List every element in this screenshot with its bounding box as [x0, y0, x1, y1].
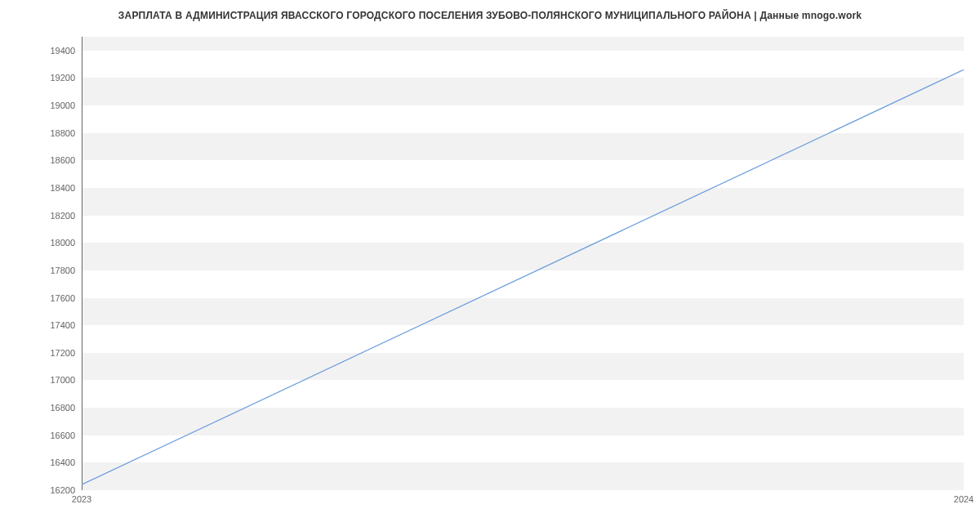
- y-tick-label: 18800: [34, 128, 75, 138]
- grid-band: [82, 188, 964, 216]
- x-tick-label: 2024: [954, 494, 973, 504]
- grid-band: [82, 408, 964, 435]
- y-tick-label: 19000: [34, 100, 75, 110]
- y-tick-label: 17400: [34, 320, 75, 330]
- chart-title: ЗАРПЛАТА В АДМИНИСТРАЦИЯ ЯВАССКОГО ГОРОД…: [0, 0, 980, 21]
- y-tick-label: 17000: [34, 375, 75, 385]
- grid-band: [82, 298, 964, 326]
- y-tick-label: 19200: [34, 73, 75, 83]
- y-tick-label: 18400: [34, 183, 75, 193]
- grid-band: [82, 353, 964, 381]
- x-tick-label: 2023: [72, 494, 91, 504]
- grid-band: [82, 243, 964, 270]
- y-tick-label: 17800: [34, 266, 75, 275]
- y-tick-label: 17200: [34, 348, 75, 358]
- grid-band: [82, 78, 964, 105]
- y-tick-label: 16800: [34, 403, 75, 413]
- chart-container: ЗАРПЛАТА В АДМИНИСТРАЦИЯ ЯВАССКОГО ГОРОД…: [0, 0, 980, 531]
- y-tick-label: 16600: [34, 431, 75, 440]
- grid-band: [82, 133, 964, 161]
- grid-band: [82, 37, 964, 51]
- grid-band: [82, 462, 964, 490]
- y-tick-label: 16200: [34, 485, 75, 495]
- y-tick-label: 18000: [34, 238, 75, 248]
- plot-area: [82, 37, 964, 490]
- y-tick-label: 17600: [34, 293, 75, 303]
- y-tick-label: 19400: [34, 46, 75, 56]
- y-tick-label: 18200: [34, 211, 75, 221]
- y-tick-label: 16400: [34, 457, 75, 467]
- y-tick-label: 18600: [34, 155, 75, 165]
